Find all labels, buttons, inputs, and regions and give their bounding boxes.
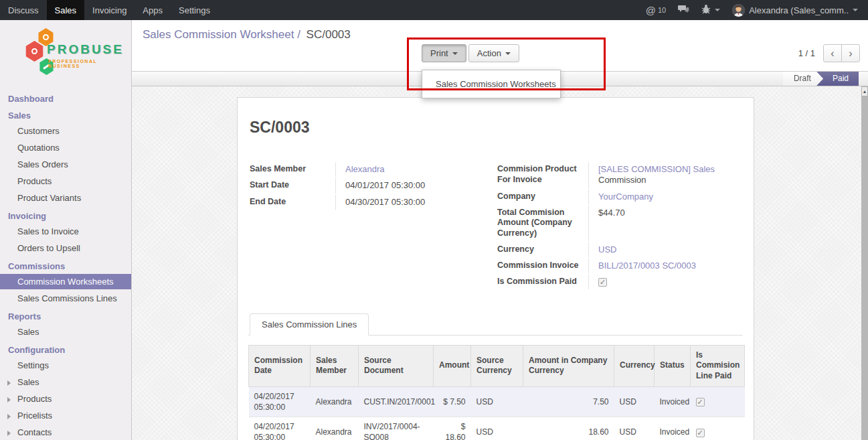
sidebar-item-sales[interactable]: Sales	[0, 324, 131, 340]
tab-sales-commission-lines[interactable]: Sales Commission Lines	[250, 313, 369, 336]
status-draft[interactable]: Draft	[783, 72, 823, 86]
sidebar-item-pricelists[interactable]: Pricelists	[0, 408, 131, 423]
activities-icon: @	[646, 5, 656, 16]
print-dropdown-menu: Sales Commission Worksheets	[422, 70, 561, 98]
column-header-status[interactable]: Status	[655, 345, 691, 386]
cell-status: Invoiced	[655, 386, 691, 417]
sidebar-item-sales-orders[interactable]: Sales Orders	[0, 157, 131, 172]
field-row-currency: CurrencyUSD	[496, 242, 757, 257]
menu-item-sales-commission-worksheets[interactable]: Sales Commission Worksheets	[422, 75, 560, 93]
pager-next-button[interactable]: ›	[841, 44, 860, 62]
form-group-left: Sales MemberAlexandraStart Date04/01/201…	[248, 162, 488, 291]
table-row[interactable]: 04/20/201705:30:00AlexandraINV/2017/0004…	[249, 417, 745, 440]
sidebar-item-commission-worksheets[interactable]: Commission Worksheets	[0, 274, 131, 289]
scroll-up-button[interactable]: ▲	[861, 86, 868, 96]
content-area: SC/0003 Sales MemberAlexandraStart Date0…	[132, 86, 868, 440]
topbar-menu-discuss[interactable]: Discuss	[0, 0, 47, 20]
sidebar-item-label: Commission Worksheets	[17, 277, 114, 287]
sidebar-section-invoicing[interactable]: Invoicing	[0, 210, 131, 222]
field-row-end-date: End Date04/30/2017 05:30:00	[248, 195, 488, 210]
activities-button[interactable]: @ 10	[640, 0, 672, 20]
pager-prev-button[interactable]: ‹	[823, 44, 842, 62]
cell-status: Invoiced	[655, 417, 691, 440]
main-area: Sales Commission Worksheet / SC/0003 Pri…	[132, 20, 868, 440]
topbar-menu-sales[interactable]: Sales	[47, 0, 85, 20]
action-button[interactable]: Action	[468, 44, 519, 62]
sidebar-section-commissions[interactable]: Commissions	[0, 260, 131, 273]
table-row[interactable]: 04/20/201705:30:00AlexandraCUST.IN/2017/…	[249, 386, 745, 417]
sidebar-item-products[interactable]: Products	[0, 391, 131, 407]
breadcrumb-parent[interactable]: Sales Commission Worksheet /	[143, 28, 300, 41]
commission-date-time: 05:30:00	[254, 402, 305, 413]
field-label-commission-invoice: Commission Invoice	[496, 259, 588, 273]
caret-down-icon	[853, 9, 858, 11]
field-value-is-commission-paid: ✓	[588, 275, 757, 289]
sidebar-item-orders-to-upsell[interactable]: Orders to Upsell	[0, 240, 131, 256]
field-value-text[interactable]: YourCompany	[598, 192, 653, 202]
form-fields: Sales MemberAlexandraStart Date04/01/201…	[248, 162, 743, 291]
field-value-currency: USD	[588, 242, 757, 257]
sidebar-item-label: Products	[17, 394, 52, 404]
logo-title: PROBUSE	[47, 42, 124, 57]
debug-button[interactable]	[695, 0, 726, 20]
status-group: Draft Paid	[783, 72, 859, 86]
sidebar-section-sales[interactable]: Sales	[0, 109, 131, 122]
sidebar-item-contacts[interactable]: Contacts	[0, 425, 131, 440]
column-header-amount-in-company-currency[interactable]: Amount in Company Currency	[523, 345, 614, 386]
column-header-commission-date[interactable]: Commission Date	[249, 345, 311, 386]
topbar-menu-apps[interactable]: Apps	[135, 0, 171, 20]
column-header-currency[interactable]: Currency	[614, 345, 655, 386]
sidebar-item-product-variants[interactable]: Product Variants	[0, 190, 131, 206]
field-value-commission-invoice: BILL/2017/0003 SC/0003	[588, 259, 757, 273]
topbar-menu-invoicing[interactable]: Invoicing	[84, 0, 135, 20]
user-name: Alexandra (Sales_comm..	[749, 5, 849, 15]
column-header-source-currency[interactable]: Source Currency	[471, 345, 523, 386]
user-menu[interactable]: Alexandra (Sales_comm..	[726, 0, 864, 20]
cell-source-document: INV/2017/0004-SO008	[359, 417, 434, 440]
field-label-end-date: End Date	[248, 195, 335, 210]
column-header-amount[interactable]: Amount	[434, 345, 471, 386]
sidebar-item-sales-to-invoice[interactable]: Sales to Invoice	[0, 224, 131, 239]
field-value-text[interactable]: Alexandra	[345, 164, 385, 174]
form-group-right: Commision Product For Invoice[SALES COMM…	[496, 162, 757, 291]
messages-button[interactable]	[672, 0, 695, 20]
field-value-sales-member: Alexandra	[335, 162, 488, 177]
expand-arrow-icon	[7, 380, 11, 386]
sidebar-item-sales-commissions-lines[interactable]: Sales Commissions Lines	[0, 291, 131, 306]
sidebar-section-dashboard[interactable]: Dashboard	[0, 92, 131, 105]
sidebar-item-sales[interactable]: Sales	[0, 374, 131, 390]
cell-amount-company-currency: 18.60	[523, 417, 614, 440]
field-label-company: Company	[496, 190, 588, 204]
column-header-source-document[interactable]: Source Document	[359, 345, 434, 386]
commission-date-date: 04/20/2017	[254, 421, 305, 432]
field-value-text[interactable]: USD	[598, 244, 616, 254]
is-commission-paid-checkbox[interactable]: ✓	[598, 278, 607, 287]
topbar: DiscussSalesInvoicingAppsSettings @ 10	[0, 0, 868, 20]
field-value-text[interactable]: BILL/2017/0003 SC/0003	[598, 261, 696, 271]
column-header-sales-member[interactable]: Sales Member	[311, 345, 359, 386]
vertical-scrollbar[interactable]: ▲	[861, 86, 868, 440]
sidebar-item-quotations[interactable]: Quotations	[0, 140, 131, 155]
field-value-text: Commission	[598, 175, 646, 185]
activities-count: 10	[658, 6, 666, 14]
sidebar-item-settings[interactable]: Settings	[0, 358, 131, 373]
sidebar-item-label: Product Variants	[17, 193, 81, 203]
sidebar-section-configuration[interactable]: Configuration	[0, 344, 131, 356]
cell-commission-date: 04/20/201705:30:00	[249, 386, 311, 417]
field-value-commision-product-for-invoice: [SALES COMMISSION] SalesCommission	[588, 162, 757, 188]
topbar-menu-settings[interactable]: Settings	[171, 0, 218, 20]
line-paid-checkbox[interactable]: ✓	[696, 398, 705, 407]
field-row-commision-product-for-invoice: Commision Product For Invoice[SALES COMM…	[496, 162, 757, 188]
line-paid-checkbox[interactable]: ✓	[696, 429, 705, 437]
sidebar-item-customers[interactable]: Customers	[0, 123, 131, 139]
sidebar-section-reports[interactable]: Reports	[0, 310, 131, 323]
chevron-left-icon: ‹	[831, 48, 834, 59]
sidebar-item-label: Sales	[17, 327, 39, 337]
print-button[interactable]: Print	[422, 44, 466, 62]
pager: 1 / 1 ‹ ›	[798, 44, 860, 62]
column-header-is-commision-line-paid[interactable]: Is Commision Line Paid	[691, 345, 745, 386]
action-button-label: Action	[477, 48, 501, 58]
field-value-link[interactable]: [SALES COMMISSION] Sales	[598, 164, 715, 174]
sidebar-item-label: Contacts	[17, 427, 52, 437]
sidebar-item-products[interactable]: Products	[0, 173, 131, 189]
